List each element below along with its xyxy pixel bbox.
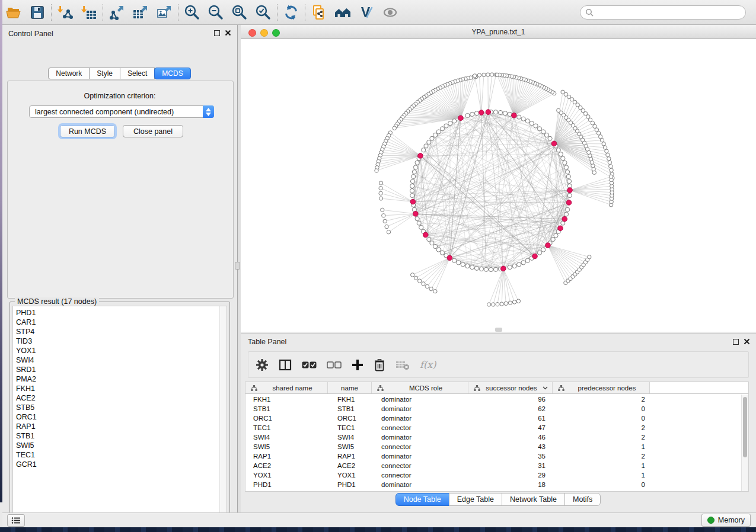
table-row[interactable]: ACE2ACE2connector311 <box>245 461 741 470</box>
network-node[interactable] <box>493 110 497 114</box>
table-row[interactable]: SWI5SWI5connector431 <box>245 442 741 451</box>
list-item[interactable]: SWI4 <box>13 355 227 365</box>
network-leaf-node[interactable] <box>592 171 596 174</box>
network-node[interactable] <box>470 265 474 270</box>
network-node[interactable] <box>564 165 568 169</box>
network-leaf-node[interactable] <box>414 276 417 280</box>
close-panel-button[interactable]: Close panel <box>123 125 183 137</box>
network-leaf-node[interactable] <box>490 73 494 76</box>
network-leaf-node[interactable] <box>504 302 508 305</box>
network-leaf-node[interactable] <box>512 300 516 304</box>
network-leaf-node[interactable] <box>433 290 437 293</box>
network-node[interactable] <box>422 148 426 152</box>
list-item[interactable]: RAP1 <box>13 422 227 431</box>
float-panel-icon[interactable] <box>733 339 739 345</box>
tab-motifs[interactable]: Motifs <box>564 493 601 506</box>
open-file-icon[interactable] <box>4 2 24 23</box>
scrollbar-thumb[interactable] <box>743 397 747 457</box>
network-leaf-node[interactable] <box>375 169 378 172</box>
network-leaf-node[interactable] <box>602 142 605 146</box>
network-node[interactable] <box>537 251 541 255</box>
export-table-icon[interactable] <box>130 2 151 23</box>
table-scrollbar[interactable] <box>741 395 748 491</box>
network-leaf-node[interactable] <box>588 255 591 259</box>
network-leaf-node[interactable] <box>495 73 499 76</box>
network-hub-node[interactable] <box>546 243 551 248</box>
network-node[interactable] <box>498 110 502 114</box>
network-node[interactable] <box>474 266 479 270</box>
network-node[interactable] <box>563 161 567 165</box>
network-node[interactable] <box>433 133 437 137</box>
list-item[interactable]: GCR1 <box>13 460 227 469</box>
network-node[interactable] <box>470 112 474 116</box>
list-item[interactable]: SRD1 <box>13 365 227 374</box>
network-leaf-node[interactable] <box>496 303 499 306</box>
show-hide-icon[interactable] <box>380 2 400 23</box>
network-node[interactable] <box>452 119 457 123</box>
network-node[interactable] <box>412 174 416 178</box>
zoom-fit-icon[interactable] <box>229 2 250 23</box>
network-node[interactable] <box>461 262 465 267</box>
network-node[interactable] <box>427 140 431 144</box>
network-node[interactable] <box>489 267 493 271</box>
network-node[interactable] <box>440 251 444 255</box>
tab-network-table[interactable]: Network Table <box>502 493 565 506</box>
network-leaf-node[interactable] <box>382 214 385 217</box>
list-item[interactable]: TID3 <box>13 336 227 346</box>
network-node[interactable] <box>465 113 470 117</box>
network-hub-node[interactable] <box>512 113 517 118</box>
network-node[interactable] <box>415 217 419 221</box>
list-item[interactable]: STB1 <box>13 431 227 441</box>
network-node[interactable] <box>541 130 546 134</box>
network-leaf-node[interactable] <box>561 90 564 94</box>
network-node[interactable] <box>548 136 552 140</box>
network-node[interactable] <box>410 188 414 193</box>
export-image-icon[interactable] <box>154 2 174 23</box>
network-node[interactable] <box>567 193 572 197</box>
network-leaf-node[interactable] <box>482 73 486 76</box>
tab-mcds[interactable]: MCDS <box>154 68 190 79</box>
network-node[interactable] <box>474 111 479 116</box>
network-hub-node[interactable] <box>551 141 557 146</box>
table-row[interactable]: STB1STB1dominator620 <box>245 404 741 414</box>
network-node[interactable] <box>430 136 434 140</box>
network-node[interactable] <box>427 237 431 241</box>
network-leaf-node[interactable] <box>607 157 611 161</box>
network-node[interactable] <box>561 156 565 161</box>
list-item[interactable]: PHD1 <box>13 308 227 318</box>
network-leaf-node[interactable] <box>609 165 613 168</box>
network-node[interactable] <box>436 130 441 134</box>
network-leaf-node[interactable] <box>609 175 613 178</box>
network-node[interactable] <box>457 261 461 265</box>
network-node[interactable] <box>525 119 529 123</box>
network-leaf-node[interactable] <box>379 181 382 185</box>
vertical-splitter-grip[interactable] <box>235 262 240 270</box>
network-node[interactable] <box>566 174 570 178</box>
network-hub-node[interactable] <box>501 266 506 271</box>
list-item[interactable]: SWI5 <box>13 441 227 450</box>
network-leaf-node[interactable] <box>385 225 388 228</box>
network-hub-node[interactable] <box>562 216 567 222</box>
tab-edge-table[interactable]: Edge Table <box>449 493 502 506</box>
network-canvas[interactable] <box>241 39 756 332</box>
zoom-out-icon[interactable] <box>206 2 226 23</box>
create-column-plus-icon[interactable] <box>352 356 363 374</box>
float-panel-icon[interactable] <box>214 30 220 36</box>
table-row[interactable]: PHD1PHD1dominator180 <box>245 480 741 489</box>
network-leaf-node[interactable] <box>508 301 512 305</box>
network-node[interactable] <box>412 170 416 174</box>
network-leaf-node[interactable] <box>418 279 422 283</box>
network-hub-node[interactable] <box>447 255 452 261</box>
deselect-all-columns-icon[interactable] <box>327 356 342 374</box>
network-node[interactable] <box>415 161 419 165</box>
network-leaf-node[interactable] <box>387 230 390 234</box>
list-item[interactable]: YOX1 <box>13 346 227 355</box>
network-leaf-node[interactable] <box>605 149 608 153</box>
run-mcds-button[interactable]: Run MCDS <box>60 125 115 137</box>
network-hub-node[interactable] <box>458 116 464 121</box>
column-header-name[interactable]: name <box>328 382 372 393</box>
close-panel-icon[interactable] <box>225 30 231 36</box>
criterion-select[interactable]: largest connected component (undirected) <box>29 105 214 118</box>
network-node[interactable] <box>503 111 507 116</box>
table-row[interactable]: TEC1TEC1connector472 <box>245 423 741 432</box>
